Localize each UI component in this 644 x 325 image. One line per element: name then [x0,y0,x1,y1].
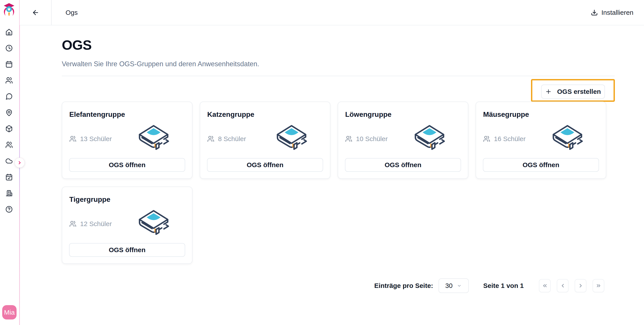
group-card: Tigergruppe 12 Schüler OGS öffnen [62,187,192,264]
sidebar-item-facility[interactable] [5,189,13,197]
sidebar-item-calendar[interactable] [5,61,13,68]
users-icon [5,141,13,149]
install-button[interactable]: Installieren [591,0,634,25]
chevron-prev-icon [560,283,566,288]
sidebar: Mia [0,0,20,325]
package-icon [5,125,13,132]
help-circle-icon [5,206,13,213]
calendar-check-icon [5,173,13,181]
first-page-button[interactable] [539,279,551,292]
users-icon [483,135,490,142]
cloud-icon [5,157,13,165]
back-button[interactable] [20,0,52,25]
chevron-next-icon [578,283,584,288]
chat-bubble-icon [5,93,13,100]
group-card: Löwengruppe 10 Schüler OGS öffnen [338,102,468,179]
users-icon [207,135,214,142]
group-card: Elefantengruppe 13 Schüler OGS öffnen [62,102,192,179]
users-icon [5,77,13,84]
per-page-value: 30 [445,282,452,289]
chevrons-last-icon [596,283,602,288]
book-illustration-icon [550,122,585,155]
group-card: Mäusegruppe 16 Schüler OGS öffnen [476,102,606,179]
sidebar-item-attendance[interactable] [5,173,13,181]
per-page-select[interactable]: 30 [438,278,469,293]
chevron-right-icon [17,160,22,165]
next-page-button[interactable] [575,279,586,292]
app-window: Mia Ogs Installieren OGS Verwalten Sie I… [0,0,644,325]
page-info: Seite 1 von 1 [483,282,524,289]
arrow-left-icon [32,9,39,16]
group-card: Katzengruppe 8 Schüler OGS öffnen [200,102,330,179]
clinic-building-icon [5,189,13,197]
open-ogs-button[interactable]: OGS öffnen [69,158,185,172]
sidebar-item-help[interactable] [5,206,13,213]
open-ogs-button[interactable]: OGS öffnen [345,158,461,172]
download-icon [591,9,598,16]
group-title: Löwengruppe [345,110,392,119]
sidebar-item-cloud[interactable] [5,157,13,165]
map-pin-icon [5,109,13,116]
group-title: Katzengruppe [207,110,254,119]
per-page-label: Einträge pro Seite: [374,282,433,289]
sidebar-expand-button[interactable] [14,158,25,168]
users-icon [345,135,352,142]
group-card-grid: Elefantengruppe 13 Schüler OGS öffnen Ka… [62,102,607,264]
rocket-graduation-logo[interactable] [2,3,16,18]
page-title: OGS [62,37,92,53]
group-title: Tigergruppe [69,195,110,204]
install-label: Installieren [602,9,634,16]
sidebar-item-home[interactable] [5,28,13,36]
clock-icon [5,44,13,52]
student-count: 8 Schüler [207,135,246,143]
chevrons-first-icon [542,283,548,288]
breadcrumb-title: Ogs [66,0,78,25]
student-count: 10 Schüler [345,135,388,143]
pagination-buttons [539,279,604,292]
open-ogs-button[interactable]: OGS öffnen [483,158,599,172]
open-ogs-button[interactable]: OGS öffnen [207,158,323,172]
users-icon [69,220,76,227]
create-ogs-button[interactable]: OGS erstellen [541,85,605,99]
page-subtitle: Verwalten Sie Ihre OGS-Gruppen und deren… [62,60,259,68]
sidebar-nav [5,28,13,222]
chevron-down-icon [457,283,462,288]
sidebar-item-users[interactable] [5,77,13,84]
pagination-bar: Einträge pro Seite: 30 Seite 1 von 1 [374,278,604,293]
create-ogs-label: OGS erstellen [557,88,601,95]
book-illustration-icon [412,122,447,155]
book-illustration-icon [274,122,309,155]
section-divider [62,76,615,76]
sidebar-item-groups[interactable] [5,141,13,149]
prev-page-button[interactable] [557,279,568,292]
calendar-icon [5,61,13,68]
sidebar-item-locations[interactable] [5,109,13,116]
open-ogs-button[interactable]: OGS öffnen [69,243,185,257]
last-page-button[interactable] [592,279,604,292]
topbar: Ogs Installieren [20,0,644,25]
sidebar-item-modules[interactable] [5,125,13,132]
student-count: 13 Schüler [69,135,112,143]
avatar[interactable]: Mia [2,305,16,319]
home-icon [5,28,13,36]
student-count: 12 Schüler [69,220,112,228]
student-count: 16 Schüler [483,135,526,143]
group-title: Elefantengruppe [69,110,125,119]
users-icon [69,135,76,142]
book-illustration-icon [136,122,171,155]
sidebar-item-time[interactable] [5,44,13,52]
group-title: Mäusegruppe [483,110,529,119]
book-illustration-icon [136,207,171,240]
sidebar-item-chat[interactable] [5,93,13,100]
plus-icon [545,88,552,95]
